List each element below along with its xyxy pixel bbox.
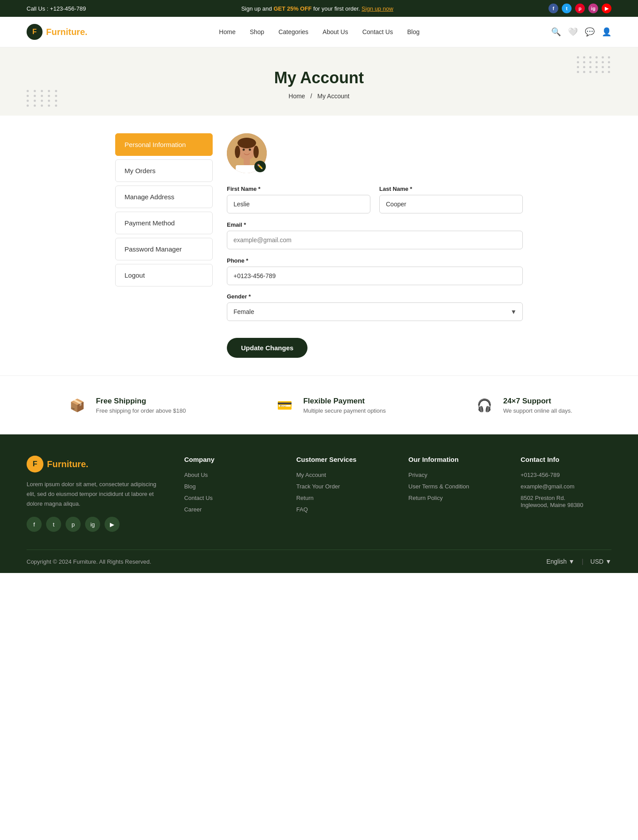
footer-link-contact[interactable]: Contact Us (184, 495, 213, 501)
footer-phone[interactable]: +0123-456-789 (521, 472, 560, 478)
last-name-label: Last Name * (379, 186, 523, 192)
feature-flexible-payment: 💳 Flexible Payment Multiple secure payme… (273, 394, 385, 417)
nav-shop[interactable]: Shop (250, 28, 265, 35)
signup-link[interactable]: Sign up now (362, 5, 393, 12)
sidebar-item-logout[interactable]: Logout (115, 264, 213, 286)
email-input[interactable] (227, 231, 523, 249)
facebook-icon-top[interactable]: f (549, 4, 558, 13)
logo[interactable]: F Furniture. (27, 24, 87, 40)
footer-link-my-account[interactable]: My Account (296, 472, 326, 478)
avatar-edit-button[interactable]: ✏️ (254, 161, 266, 172)
footer-link-faq[interactable]: FAQ (296, 506, 308, 513)
footer-link-terms[interactable]: User Terms & Condition (408, 483, 469, 490)
nav-categories[interactable]: Categories (278, 28, 308, 35)
footer-column-contact-info: Contact Info +0123-456-789 example@gmail… (521, 456, 611, 532)
footer-twitter-icon[interactable]: t (46, 517, 61, 532)
nav-blog[interactable]: Blog (407, 28, 420, 35)
promo-banner: Sign up and GET 25% OFF for your first o… (86, 5, 549, 12)
payment-icon: 💳 (273, 394, 296, 417)
footer-pinterest-icon[interactable]: p (66, 517, 81, 532)
last-name-input[interactable] (379, 195, 523, 213)
nav-about[interactable]: About Us (323, 28, 348, 35)
first-name-input[interactable] (227, 195, 370, 213)
nav-contact[interactable]: Contact Us (362, 28, 393, 35)
footer-logo-text: Furniture. (47, 459, 88, 469)
sidebar-item-personal-information[interactable]: Personal Information (115, 133, 213, 156)
last-name-group: Last Name * (379, 186, 523, 213)
logo-text: Furniture. (46, 27, 87, 37)
footer-link-track-order[interactable]: Track Your Order (296, 483, 340, 490)
footer-desc: Lorem ipsum dolor sit amet, consectetur … (27, 480, 163, 509)
footer-customer-links: My Account Track Your Order Return FAQ (296, 471, 387, 513)
instagram-icon-top[interactable]: ig (588, 4, 598, 13)
footer-youtube-icon[interactable]: ▶ (105, 517, 120, 532)
svg-point-9 (249, 149, 251, 151)
feature-text-support: 24×7 Support We support online all days. (503, 397, 572, 414)
features-section: 📦 Free Shipping Free shipping for order … (0, 375, 638, 434)
footer-brand: F Furniture. Lorem ipsum dolor sit amet,… (27, 456, 163, 532)
wishlist-icon[interactable]: 🤍 (568, 27, 578, 37)
footer-facebook-icon[interactable]: f (27, 517, 42, 532)
first-name-group: First Name * (227, 186, 370, 213)
chat-icon[interactable]: 💬 (585, 27, 595, 37)
footer-link-about[interactable]: About Us (184, 472, 208, 478)
list-item: Blog (184, 483, 275, 490)
language-currency-selector: English ▼ | USD ▼ (546, 558, 611, 565)
footer: F Furniture. Lorem ipsum dolor sit amet,… (0, 434, 638, 573)
search-icon[interactable]: 🔍 (551, 27, 561, 37)
copyright-text: Copyright © 2024 Furniture. All Rights R… (27, 558, 151, 565)
footer-link-return-policy[interactable]: Return Policy (408, 495, 443, 501)
profile-content: ✏️ First Name * Last Name * Email * Phon… (227, 133, 523, 358)
chevron-down-icon: ▼ (605, 558, 611, 565)
sidebar: Personal Information My Orders Manage Ad… (115, 133, 213, 358)
avatar-section: ✏️ (227, 133, 267, 173)
list-item: My Account (296, 471, 387, 478)
header-icons: 🔍 🤍 💬 👤 (551, 27, 611, 37)
feature-support: 🎧 24×7 Support We support online all day… (473, 394, 572, 417)
footer-social-links: f t p ig ▶ (27, 517, 163, 532)
currency-selector[interactable]: USD ▼ (591, 558, 611, 565)
twitter-icon-top[interactable]: t (562, 4, 572, 13)
list-item: User Terms & Condition (408, 483, 499, 490)
name-row: First Name * Last Name * (227, 186, 523, 213)
footer-email[interactable]: example@gmail.com (521, 483, 575, 490)
hero-section: My Account Home / My Account (0, 47, 638, 116)
footer-instagram-icon[interactable]: ig (85, 517, 100, 532)
svg-point-6 (235, 146, 240, 158)
account-icon[interactable]: 👤 (602, 27, 611, 37)
sidebar-item-password-manager[interactable]: Password Manager (115, 238, 213, 260)
feature-free-shipping: 📦 Free Shipping Free shipping for order … (66, 394, 186, 417)
footer-column-company: Company About Us Blog Contact Us Career (184, 456, 275, 532)
email-group: Email * (227, 221, 523, 249)
pinterest-icon-top[interactable]: p (575, 4, 585, 13)
footer-company-links: About Us Blog Contact Us Career (184, 471, 275, 513)
footer-link-career[interactable]: Career (184, 506, 202, 513)
sidebar-item-manage-address[interactable]: Manage Address (115, 186, 213, 208)
phone-input[interactable] (227, 267, 523, 285)
main-content: Personal Information My Orders Manage Ad… (106, 133, 532, 358)
hero-dots-left (27, 90, 59, 107)
footer-top: F Furniture. Lorem ipsum dolor sit amet,… (27, 456, 611, 550)
list-item: FAQ (296, 506, 387, 513)
sidebar-item-my-orders[interactable]: My Orders (115, 159, 213, 182)
nav-home[interactable]: Home (219, 28, 235, 35)
list-item: Contact Us (184, 494, 275, 501)
list-item: example@gmail.com (521, 483, 611, 490)
logo-icon: F (27, 24, 43, 40)
youtube-icon-top[interactable]: ▶ (602, 4, 611, 13)
footer-link-blog[interactable]: Blog (184, 483, 196, 490)
update-changes-button[interactable]: Update Changes (227, 338, 307, 358)
language-selector[interactable]: English ▼ (546, 558, 575, 565)
gender-select[interactable]: Female Male Other (227, 302, 523, 321)
sidebar-item-payment-method[interactable]: Payment Method (115, 212, 213, 234)
feature-text-payment: Flexible Payment Multiple secure payment… (303, 397, 385, 414)
gender-label: Gender * (227, 293, 523, 300)
top-bar: Call Us : +123-456-789 Sign up and GET 2… (0, 0, 638, 17)
footer-column-customer-services: Customer Services My Account Track Your … (296, 456, 387, 532)
footer-logo: F Furniture. (27, 456, 163, 472)
footer-link-return[interactable]: Return (296, 495, 314, 501)
svg-point-8 (243, 149, 245, 151)
breadcrumb: Home / My Account (0, 93, 638, 100)
footer-link-privacy[interactable]: Privacy (408, 472, 428, 478)
footer-contact-links: +0123-456-789 example@gmail.com 8502 Pre… (521, 471, 611, 508)
